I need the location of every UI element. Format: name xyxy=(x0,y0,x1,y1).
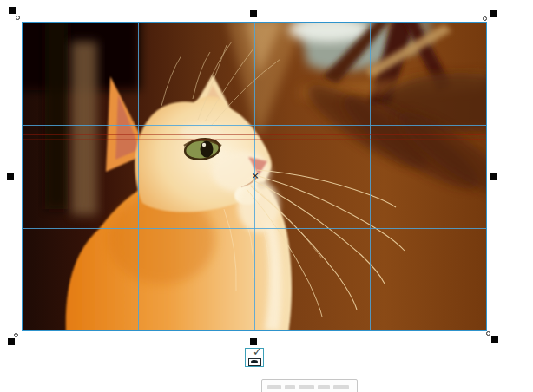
marquee-oval-icon xyxy=(248,358,261,366)
handle-left-middle[interactable] xyxy=(7,173,14,180)
handle-top-left[interactable] xyxy=(9,7,16,14)
partial-tooltip xyxy=(261,379,358,392)
anchor-bottom-right-circle xyxy=(486,331,490,336)
cat-photo xyxy=(23,23,486,330)
anchor-top-right-circle xyxy=(483,16,487,21)
handle-bottom-right[interactable] xyxy=(491,336,498,343)
checkmark-icon: ✓ xyxy=(253,346,262,358)
anchor-top-left-circle xyxy=(16,16,20,20)
handle-bottom-middle[interactable] xyxy=(250,338,257,345)
handle-right-middle[interactable] xyxy=(490,173,497,180)
handle-top-middle[interactable] xyxy=(250,10,257,17)
editor-window: { "window": { "background": "#ffffff", "… xyxy=(0,0,533,392)
tooltip-text-smudge xyxy=(299,385,314,389)
handle-top-right[interactable] xyxy=(490,10,497,17)
handle-bottom-left[interactable] xyxy=(8,338,15,345)
tooltip-text-smudge xyxy=(285,385,295,389)
crop-selection-area[interactable]: × xyxy=(22,22,487,331)
tooltip-text-smudge xyxy=(333,385,349,389)
apply-crop-button[interactable]: ✓ xyxy=(245,348,264,367)
anchor-bottom-left-circle xyxy=(14,333,18,337)
tooltip-text-smudge xyxy=(267,385,281,389)
tooltip-text-smudge xyxy=(318,385,330,389)
